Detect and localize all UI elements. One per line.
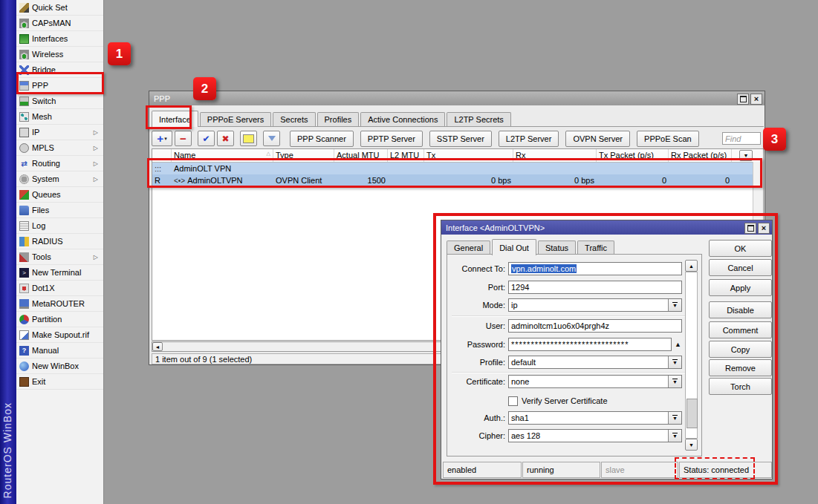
monitor-icon	[19, 299, 29, 309]
folder-icon	[19, 206, 29, 215]
antenna-icon	[19, 19, 29, 28]
check-icon	[202, 134, 210, 144]
enable-button[interactable]	[198, 131, 215, 146]
sidebar-item-label: MPLS	[32, 143, 54, 152]
sidebar-item-switch[interactable]: Switch	[16, 94, 103, 109]
sidebar-item-label: Quick Set	[32, 3, 68, 12]
sidebar-item-new-terminal[interactable]: New Terminal	[16, 265, 103, 281]
sidebar-item-label: Dot1X	[32, 284, 55, 292]
remove-button[interactable]	[175, 131, 192, 146]
sidebar-item-label: Wireless	[32, 50, 63, 59]
add-button[interactable]	[152, 131, 172, 146]
tab-secrets[interactable]: Secrets	[273, 112, 315, 126]
sidebar-item-label: System	[32, 174, 59, 183]
submenu-arrow-icon	[94, 129, 98, 136]
sidebar-item-new-winbox[interactable]: New WinBox	[16, 359, 103, 374]
tab-profiles[interactable]: Profiles	[317, 112, 360, 126]
sstp-server-button[interactable]: SSTP Server	[429, 131, 492, 147]
annotation-box-ppp-menu	[16, 72, 104, 94]
sidebar-item-routing[interactable]: Routing	[16, 156, 103, 171]
step-marker-1: 1	[108, 42, 131, 65]
pie-icon	[19, 315, 29, 324]
sidebar-item-label: New WinBox	[32, 361, 79, 370]
maximize-icon	[740, 96, 747, 102]
sidebar-item-manual[interactable]: Manual	[16, 343, 103, 359]
sidebar-item-queues[interactable]: Queues	[16, 187, 103, 203]
sidebar-item-wireless[interactable]: Wireless	[16, 47, 103, 62]
sidebar-item-label: Routing	[32, 159, 60, 168]
sidebar-item-tools[interactable]: Tools	[16, 249, 103, 265]
maximize-button[interactable]	[737, 94, 749, 105]
tab-l2tp-secrets[interactable]: L2TP Secrets	[447, 112, 510, 126]
globe-icon	[19, 361, 29, 371]
sidebar-item-label: Make Supout.rif	[32, 330, 89, 339]
document-icon	[19, 330, 29, 340]
user-key-icon	[19, 237, 29, 246]
filter-button[interactable]	[263, 131, 280, 146]
sidebar-item-exit[interactable]: Exit	[16, 374, 103, 390]
annotation-box-interface-tab	[146, 105, 192, 129]
sidebar-item-mesh[interactable]: Mesh	[16, 109, 103, 125]
ppp-toolbar: PPP Scanner PPTP Server SSTP Server L2TP…	[152, 129, 764, 148]
sidebar-item-quick-set[interactable]: Quick Set	[16, 0, 103, 16]
tab-pppoe-servers[interactable]: PPPoE Servers	[200, 112, 271, 126]
annotation-box-vpn-rows	[147, 158, 762, 188]
sidebar-item-label: Partition	[32, 315, 62, 324]
sidebar-item-label: Switch	[32, 96, 56, 105]
wrench-icon	[19, 252, 29, 262]
sidebar-item-label: CAPsMAN	[32, 19, 71, 27]
submenu-arrow-icon	[94, 176, 98, 183]
minus-icon	[180, 133, 186, 144]
brand-strip: RouterOS WinBox	[0, 0, 16, 504]
ppp-scanner-button[interactable]: PPP Scanner	[290, 131, 354, 147]
pppoe-scan-button[interactable]: PPPoE Scan	[637, 131, 699, 147]
pptp-server-button[interactable]: PPTP Server	[360, 131, 423, 147]
sidebar-item-radius[interactable]: RADIUS	[16, 234, 103, 249]
cross-icon	[221, 134, 229, 144]
ovpn-server-button[interactable]: OVPN Server	[565, 131, 630, 147]
antenna-icon	[19, 50, 29, 59]
sidebar-item-partition[interactable]: Partition	[16, 312, 103, 327]
terminal-icon	[19, 268, 29, 278]
sidebar-item-metarouter[interactable]: MetaROUTER	[16, 296, 103, 312]
gear-icon	[19, 174, 29, 184]
sidebar-item-make-supout[interactable]: Make Supout.rif	[16, 327, 103, 343]
submenu-arrow-icon	[94, 254, 98, 261]
sidebar-item-ip[interactable]: IP	[16, 125, 103, 140]
sidebar-item-interfaces[interactable]: Interfaces	[16, 31, 103, 47]
sidebar-item-label: Interfaces	[32, 34, 68, 43]
submenu-arrow-icon	[94, 160, 98, 167]
sidebar-item-dot1x[interactable]: Dot1X	[16, 281, 103, 296]
sidebar-item-label: Log	[32, 221, 45, 230]
sidebar-item-label: Queues	[32, 190, 61, 199]
mpls-circle-icon	[19, 143, 29, 153]
annotation-dashed-status-connected	[675, 457, 755, 480]
log-list-icon	[19, 221, 29, 231]
tab-active-connections[interactable]: Active Connections	[360, 112, 445, 126]
scroll-left-icon[interactable]	[152, 342, 163, 351]
book-question-icon	[19, 346, 29, 356]
switch-icon	[19, 96, 29, 106]
comment-button[interactable]	[240, 131, 257, 146]
sidebar-item-log[interactable]: Log	[16, 218, 103, 234]
routing-arrows-icon	[19, 159, 29, 168]
sidebar-item-mpls[interactable]: MPLS	[16, 140, 103, 156]
l2tp-server-button[interactable]: L2TP Server	[499, 131, 559, 147]
step-marker-2: 2	[193, 77, 216, 100]
sidebar-item-system[interactable]: System	[16, 171, 103, 187]
sidebar-item-label: Exit	[32, 377, 45, 386]
step-marker-3: 3	[763, 128, 786, 151]
close-button[interactable]	[750, 94, 762, 105]
find-input[interactable]	[722, 132, 761, 145]
submenu-arrow-icon	[94, 145, 98, 151]
comment-note-icon	[243, 134, 254, 143]
sidebar-item-label: IP	[32, 128, 39, 137]
ppp-window-titlebar[interactable]: PPP	[149, 91, 765, 105]
sidebar-item-capsman[interactable]: CAPsMAN	[16, 16, 103, 31]
disable-button[interactable]	[217, 131, 234, 146]
sidebar-item-files[interactable]: Files	[16, 203, 103, 218]
ip-255-icon	[19, 128, 29, 137]
exit-door-icon	[19, 377, 29, 387]
sidebar-item-label: Files	[32, 206, 49, 215]
sidebar-item-label: RADIUS	[32, 237, 63, 246]
